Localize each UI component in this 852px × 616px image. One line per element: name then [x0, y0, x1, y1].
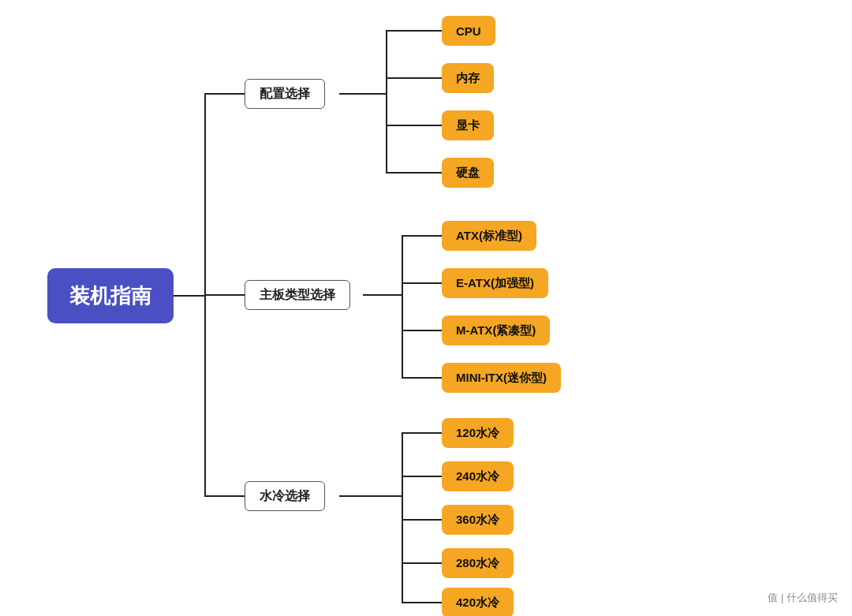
branch-config-label: 配置选择: [260, 86, 310, 103]
leaf-280: 280水冷: [442, 548, 514, 578]
leaf-ram: 内存: [442, 63, 494, 93]
leaf-matx: M-ATX(紧凑型): [442, 315, 550, 345]
leaf-cpu: CPU: [442, 16, 495, 46]
leaf-gpu: 显卡: [442, 110, 494, 140]
leaf-120: 120水冷: [442, 418, 514, 448]
branch-mainboard: 主板类型选择: [245, 280, 350, 310]
leaf-hdd: 硬盘: [442, 158, 494, 188]
branch-cooling-label: 水冷选择: [260, 488, 310, 505]
leaf-420: 420水冷: [442, 588, 514, 616]
root-node: 装机指南: [47, 268, 174, 323]
branch-config: 配置选择: [245, 79, 325, 109]
mind-map: 装机指南 配置选择 主板类型选择 水冷选择 CPU 内存 显卡 硬盘 ATX(标…: [0, 0, 852, 616]
watermark: 值 | 什么值得买: [768, 591, 838, 605]
branch-cooling: 水冷选择: [245, 481, 325, 511]
leaf-240: 240水冷: [442, 461, 514, 491]
root-label: 装机指南: [69, 282, 151, 310]
leaf-360: 360水冷: [442, 505, 514, 535]
leaf-eatx: E-ATX(加强型): [442, 268, 548, 298]
branch-mainboard-label: 主板类型选择: [260, 287, 335, 304]
leaf-mitx: MINI-ITX(迷你型): [442, 363, 561, 393]
leaf-atx: ATX(标准型): [442, 221, 536, 251]
